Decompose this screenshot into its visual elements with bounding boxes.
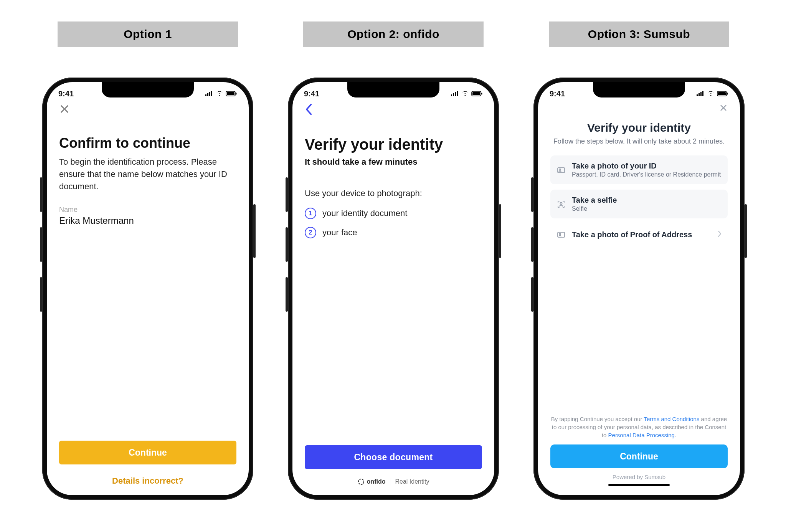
status-indicators: [205, 91, 237, 96]
step-subtitle: Passport, ID card, Driver's license or R…: [572, 171, 722, 178]
phone-frame-1: 9:41 Confirm to continue To begin the id…: [42, 78, 253, 500]
onfido-logo: onfido: [358, 478, 386, 485]
page-title: Verify your identity: [305, 136, 482, 153]
svg-rect-13: [558, 232, 565, 237]
back-icon[interactable]: [305, 104, 312, 117]
brand-footer: onfido Real Identity: [305, 477, 482, 486]
status-time: 9:41: [58, 89, 74, 98]
id-card-icon: [556, 230, 566, 239]
svg-rect-9: [727, 93, 728, 95]
brand-tagline: Real Identity: [395, 478, 429, 485]
svg-rect-2: [236, 93, 237, 95]
status-time: 9:41: [550, 89, 565, 98]
step-title: Take a selfie: [572, 196, 722, 205]
svg-point-14: [559, 233, 561, 235]
instruction-lead: Use your device to photograph:: [305, 188, 482, 198]
step-item-id-photo[interactable]: Take a photo of your ID Passport, ID car…: [550, 155, 728, 184]
step-2: 2 your face: [305, 227, 482, 238]
svg-rect-5: [481, 93, 482, 95]
chevron-right-icon: [718, 230, 722, 239]
svg-rect-4: [472, 92, 480, 95]
step-title: Take a photo of Proof of Address: [572, 230, 712, 239]
phone-frame-3: 9:41 Verify your identity: [533, 78, 745, 500]
continue-button[interactable]: Continue: [59, 441, 236, 464]
name-label: Name: [59, 206, 236, 214]
step-item-selfie[interactable]: Take a selfie Selfie: [550, 190, 728, 218]
svg-point-11: [559, 169, 561, 170]
privacy-link[interactable]: Personal Data Processing: [608, 432, 675, 438]
choose-document-button[interactable]: Choose document: [305, 445, 482, 469]
step-text: your identity document: [322, 208, 407, 218]
selfie-icon: [556, 200, 566, 209]
step-title: Take a photo of your ID: [572, 162, 722, 170]
terms-link[interactable]: Terms and Conditions: [644, 416, 699, 422]
page-subtitle: It should take a few minutes: [305, 157, 482, 167]
phone-frame-2: 9:41 Verify your identity It should take…: [288, 78, 499, 500]
details-incorrect-link[interactable]: Details incorrect?: [59, 476, 236, 486]
status-indicators: [451, 91, 483, 96]
svg-rect-1: [227, 92, 234, 95]
name-value: Erika Mustermann: [59, 215, 236, 226]
continue-button[interactable]: Continue: [550, 444, 728, 468]
page-title: Confirm to continue: [59, 135, 236, 151]
option-2-label: Option 2: onfido: [303, 21, 484, 47]
svg-point-12: [560, 202, 562, 204]
step-text: your face: [322, 228, 357, 238]
close-icon[interactable]: [719, 104, 728, 114]
legal-text: By tapping Continue you accept our Terms…: [550, 415, 728, 439]
step-number-icon: 2: [305, 227, 316, 238]
svg-rect-10: [558, 168, 565, 173]
page-title: Verify your identity: [550, 121, 728, 134]
option-3-label: Option 3: Sumsub: [549, 21, 729, 47]
status-indicators: [696, 91, 728, 96]
id-card-icon: [556, 165, 566, 175]
powered-by: Powered by Sumsub: [550, 474, 728, 480]
option-1-label: Option 1: [58, 21, 238, 47]
step-number-icon: 1: [305, 208, 316, 219]
step-item-proof-of-address[interactable]: Take a photo of Proof of Address: [550, 224, 728, 245]
page-subtitle: Follow the steps below. It will only tak…: [550, 137, 728, 146]
status-time: 9:41: [304, 89, 319, 98]
phone-screen-3: 9:41 Verify your identity: [538, 82, 740, 495]
svg-rect-8: [718, 92, 726, 95]
phone-screen-2: 9:41 Verify your identity It should take…: [292, 82, 494, 495]
home-indicator: [608, 484, 670, 486]
step-1: 1 your identity document: [305, 208, 482, 219]
close-icon[interactable]: [59, 104, 70, 116]
svg-point-6: [358, 479, 364, 484]
page-description: To begin the identification process. Ple…: [59, 156, 236, 193]
step-subtitle: Selfie: [572, 205, 722, 212]
phone-screen-1: 9:41 Confirm to continue To begin the id…: [47, 82, 249, 495]
